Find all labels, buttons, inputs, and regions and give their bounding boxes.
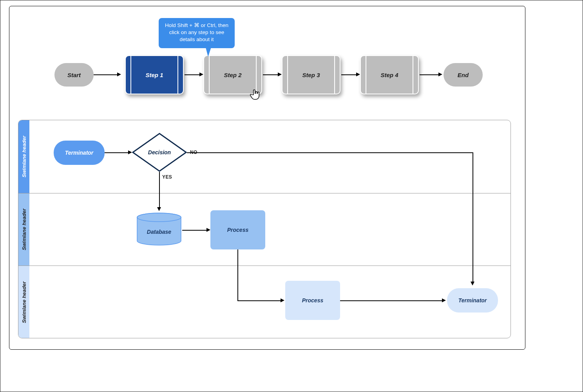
arrow-right-icon: [128, 150, 132, 154]
hint-tooltip: Hold Shift + ⌘ or Ctrl, then click on an…: [159, 18, 235, 48]
step-node-4[interactable]: Step 4: [360, 55, 419, 94]
arrow-right-icon: [281, 298, 284, 302]
step-node-1[interactable]: Step 1: [125, 55, 184, 94]
connector: [340, 300, 442, 301]
swimlane-header-1[interactable]: Swimlane header: [18, 120, 29, 193]
arrow-right-icon: [206, 228, 210, 232]
step-label: Step 3: [302, 72, 320, 78]
terminator-start[interactable]: Terminator: [54, 141, 105, 165]
connector: [105, 152, 128, 153]
connector: [237, 300, 281, 301]
connector: [473, 152, 473, 282]
arrow-right-icon: [278, 72, 282, 76]
arrow-right-icon: [117, 72, 121, 76]
end-terminator[interactable]: End: [444, 63, 483, 87]
swimlane-container: Swimlane header Swimlane header Swimlane…: [18, 120, 511, 338]
arrow-down-icon: [157, 207, 161, 211]
process-label: Process: [302, 297, 323, 303]
arrow-right-icon: [442, 298, 446, 302]
swimlane-header-3[interactable]: Swimlane header: [18, 266, 29, 338]
arrow-right-icon: [199, 72, 203, 76]
arrow-right-icon: [438, 72, 442, 76]
process-node-2[interactable]: Process: [285, 281, 340, 320]
connector: [341, 74, 356, 75]
step-label: Step 2: [224, 72, 241, 78]
step-label: Step 4: [380, 72, 398, 78]
database-node[interactable]: Database: [136, 213, 182, 247]
step-node-3[interactable]: Step 3: [282, 55, 340, 94]
connector: [263, 74, 278, 75]
arrow-down-icon: [471, 282, 474, 285]
decision-node[interactable]: Decision: [132, 133, 187, 172]
connector: [420, 74, 438, 75]
lane-header-label: Swimlane header: [21, 282, 27, 323]
decision-yes-label: YES: [162, 174, 172, 180]
swimlane-header-2[interactable]: Swimlane header: [18, 193, 29, 266]
connector: [94, 74, 117, 75]
terminator-label: Terminator: [65, 150, 94, 156]
lane-header-label: Swimlane header: [21, 209, 27, 250]
decision-label: Decision: [148, 149, 171, 155]
end-label: End: [458, 72, 469, 78]
pointer-cursor-icon: [248, 88, 262, 101]
tooltip-text: Hold Shift + ⌘ or Ctrl, then click on an…: [165, 22, 228, 42]
start-terminator[interactable]: Start: [54, 63, 94, 87]
page: Start Step 1 Step 2 Step 3 Step 4: [0, 0, 583, 392]
connector: [182, 230, 206, 231]
connector: [185, 74, 199, 75]
process-node-1[interactable]: Process: [210, 210, 265, 249]
start-label: Start: [67, 72, 81, 78]
diagram-canvas[interactable]: Start Step 1 Step 2 Step 3 Step 4: [9, 6, 525, 349]
arrow-right-icon: [356, 72, 360, 76]
lane-header-label: Swimlane header: [21, 136, 27, 177]
database-label: Database: [147, 229, 171, 235]
terminator-end[interactable]: Terminator: [447, 288, 498, 313]
connector: [237, 249, 238, 300]
connector: [187, 152, 473, 153]
swimlane-3: Swimlane header: [18, 266, 511, 338]
connector: [159, 172, 160, 207]
diagram-frame: Start Step 1 Step 2 Step 3 Step 4: [9, 6, 525, 350]
process-label: Process: [227, 227, 248, 233]
step-label: Step 1: [145, 72, 163, 78]
terminator-label: Terminator: [458, 297, 487, 303]
